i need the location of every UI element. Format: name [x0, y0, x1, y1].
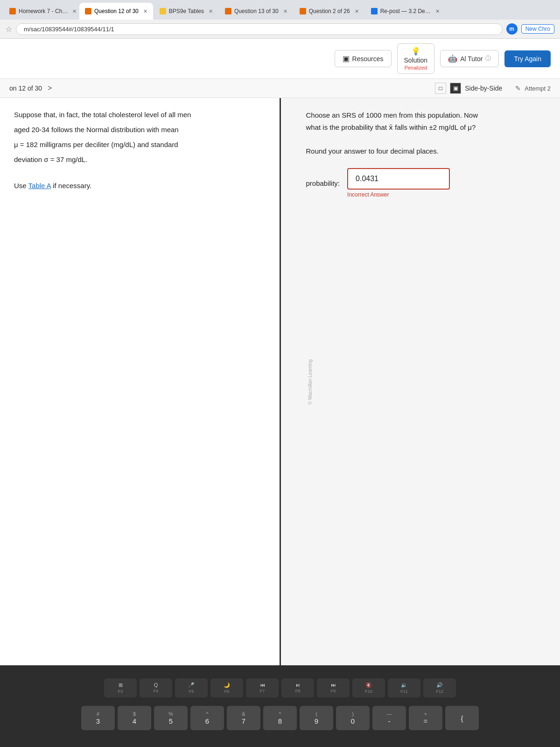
single-view-icon[interactable]: □: [435, 83, 446, 94]
tab-label-homework: Homework 7 - Ch…: [19, 8, 68, 14]
right-question-text: Choose an SRS of 1000 men from this popu…: [306, 109, 546, 157]
tab-favicon-bps: [160, 8, 166, 14]
key-f8[interactable]: ⏯ F8: [281, 678, 314, 698]
tab-close-repost[interactable]: ✕: [435, 8, 440, 14]
attempt-badge: Attempt 2: [525, 85, 551, 92]
key-8[interactable]: * 8: [263, 706, 297, 730]
tab-close-homework[interactable]: ✕: [72, 8, 77, 14]
left-panel: Suppose that, in fact, the total cholest…: [0, 98, 281, 665]
key-equals[interactable]: + =: [409, 706, 442, 730]
key-4[interactable]: $ 4: [118, 706, 151, 730]
tab-bar: Homework 7 - Ch… ✕ Question 12 of 30 ✕ B…: [0, 0, 560, 20]
tab-favicon-q12: [85, 8, 91, 14]
browser-chrome: Homework 7 - Ch… ✕ Question 12 of 30 ✕ B…: [0, 0, 560, 39]
solution-icon: 💡: [411, 47, 420, 56]
resources-label: Resources: [352, 55, 384, 63]
key-9[interactable]: ( 9: [300, 706, 333, 730]
table-a-link[interactable]: Table A: [28, 182, 51, 190]
context-table-ref: Use Table A if necessary.: [14, 180, 266, 191]
solution-button[interactable]: 💡 Solution Penalized: [397, 43, 435, 74]
key-f6[interactable]: 🌙 F6: [210, 678, 243, 698]
key-6[interactable]: ^ 6: [190, 706, 224, 730]
context-line4: deviation σ = 37 mg/dL.: [14, 154, 266, 165]
question-context-text: Suppose that, in fact, the total cholest…: [14, 109, 266, 191]
address-input[interactable]: m/sac/10839544#/10839544/11/1: [16, 23, 503, 35]
toolbar-right: ▣ Resources 💡 Solution Penalized 🤖 Al Tu…: [335, 43, 551, 74]
resources-button[interactable]: ▣ Resources: [335, 50, 392, 67]
key-f5[interactable]: 🎤 F5: [175, 678, 208, 698]
answer-box[interactable]: 0.0431: [347, 168, 450, 190]
tab-favicon-repost: [371, 8, 378, 14]
top-toolbar: ▣ Resources 💡 Solution Penalized 🤖 Al Tu…: [0, 39, 560, 79]
key-3[interactable]: # 3: [81, 706, 115, 730]
tab-repost[interactable]: Re-post — 3.2 De… ✕: [365, 3, 440, 20]
try-again-button[interactable]: Try Again: [504, 50, 551, 67]
incorrect-answer-label: Incorrect Answer: [347, 191, 450, 198]
right-panel: © Macmillan Learning Choose an SRS of 10…: [281, 98, 560, 665]
bookmark-icon[interactable]: ☆: [6, 25, 12, 34]
copyright-watermark: © Macmillan Learning: [307, 359, 312, 404]
right-text-line2: what is the probability that x̄ falls wi…: [306, 121, 546, 134]
question-nav: on 12 of 30 > □ ▣ Side-by-Side ✎ Attempt…: [0, 79, 560, 98]
context-line2: aged 20-34 follows the Normal distributi…: [14, 124, 266, 135]
ai-tutor-icon: 🤖: [448, 54, 457, 63]
tab-q2[interactable]: Question 2 of 26 ✕: [294, 3, 364, 20]
tab-favicon-q2: [300, 8, 306, 14]
tab-close-bps[interactable]: ✕: [209, 8, 213, 14]
key-f3[interactable]: ⊞ F3: [104, 678, 137, 698]
tab-label-bps: BPS9e Tables: [169, 8, 204, 14]
key-f7[interactable]: ⏮ F7: [246, 678, 279, 698]
solution-label: Solution: [404, 56, 428, 64]
context-line3: μ = 182 milligrams per deciliter (mg/dL)…: [14, 139, 266, 150]
function-key-row: ⊞ F3 Q F4 🎤 F5 🌙 F6 ⏮ F7 ⏯ F8 ⏭ F9 🔇: [0, 675, 560, 701]
solution-status: Penalized: [405, 65, 427, 70]
view-toggle: □ ▣ Side-by-Side ✎ Attempt 2: [435, 83, 551, 94]
ai-tutor-button[interactable]: 🤖 Al Tutor ⓘ: [440, 50, 499, 67]
tab-label-repost: Re-post — 3.2 De…: [380, 8, 431, 14]
tab-close-q2[interactable]: ✕: [355, 8, 359, 14]
probability-row: probability: 0.0431 Incorrect Answer: [306, 168, 546, 198]
tab-close-q12[interactable]: ✕: [143, 8, 147, 14]
key-f12[interactable]: 🔊 F12: [423, 678, 456, 698]
tab-bps[interactable]: BPS9e Tables ✕: [154, 3, 218, 20]
info-icon: ⓘ: [485, 55, 491, 63]
key-f9[interactable]: ⏭ F9: [317, 678, 350, 698]
context-line1: Suppose that, in fact, the total cholest…: [14, 109, 266, 120]
key-bracket[interactable]: {: [445, 706, 479, 730]
right-text-line1: Choose an SRS of 1000 men from this popu…: [306, 109, 546, 121]
key-f11[interactable]: 🔉 F11: [388, 678, 420, 698]
tab-homework[interactable]: Homework 7 - Ch… ✕: [4, 3, 78, 20]
side-by-side-view-icon[interactable]: ▣: [450, 83, 461, 94]
keyboard-area: ⊞ F3 Q F4 🎤 F5 🌙 F6 ⏮ F7 ⏯ F8 ⏭ F9 🔇: [0, 665, 560, 747]
tab-label-q12: Question 12 of 30: [94, 8, 139, 14]
tab-favicon-homework: [9, 8, 16, 14]
main-content: Suppose that, in fact, the total cholest…: [0, 98, 560, 665]
address-bar: ☆ m/sac/10839544#/10839544/11/1 m New Ch…: [0, 20, 560, 38]
page-content: ▣ Resources 💡 Solution Penalized 🤖 Al Tu…: [0, 39, 560, 665]
key-minus[interactable]: — -: [372, 706, 406, 730]
tab-favicon-q13: [225, 8, 231, 14]
tab-close-q13[interactable]: ✕: [283, 8, 287, 14]
probability-label: probability:: [306, 179, 340, 187]
nav-next-arrow[interactable]: >: [48, 84, 52, 92]
key-f10[interactable]: 🔇 F10: [352, 678, 385, 698]
attempt-label: Attempt 2: [525, 85, 551, 92]
new-tab-button[interactable]: New Chro: [521, 24, 554, 34]
number-key-row: # 3 $ 4 % 5 ^ 6 & 7 * 8 ( 9 ) 0: [0, 703, 560, 733]
right-content: Choose an SRS of 1000 men from this popu…: [306, 109, 546, 198]
key-7[interactable]: & 7: [227, 706, 260, 730]
tab-q13[interactable]: Question 13 of 30 ✕: [219, 3, 293, 20]
key-0[interactable]: ) 0: [336, 706, 370, 730]
answer-box-container: 0.0431 Incorrect Answer: [347, 168, 450, 198]
tab-label-q2: Question 2 of 26: [309, 8, 350, 14]
tab-q12[interactable]: Question 12 of 30 ✕: [79, 3, 153, 20]
right-text-line3: Round your answer to four decimal places…: [306, 145, 546, 157]
profile-avatar[interactable]: m: [506, 23, 518, 35]
key-f4[interactable]: Q F4: [140, 678, 172, 698]
tab-label-q13: Question 13 of 30: [234, 8, 279, 14]
ai-tutor-label: Al Tutor: [460, 55, 483, 63]
key-5[interactable]: % 5: [154, 706, 188, 730]
question-number: on 12 of 30: [9, 85, 42, 92]
resources-icon: ▣: [343, 54, 350, 63]
edit-icon: ✎: [515, 85, 521, 92]
